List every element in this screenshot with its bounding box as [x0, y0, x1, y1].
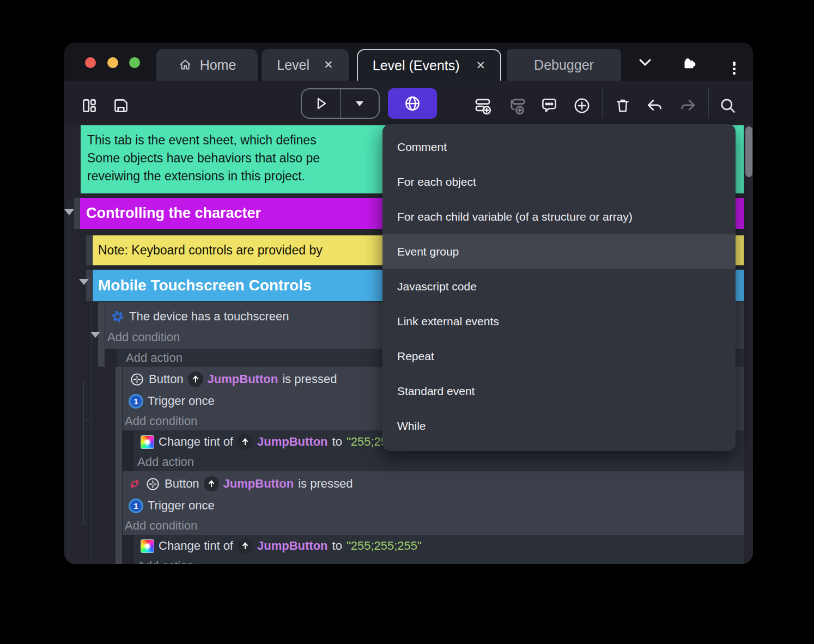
- action-text: Change tint of: [159, 539, 233, 553]
- condition-object: Button: [165, 477, 199, 491]
- add-condition-link[interactable]: Add condition: [107, 328, 180, 347]
- close-icon[interactable]: ✕: [324, 58, 333, 71]
- redo-button[interactable]: [677, 95, 698, 117]
- traffic-close-button[interactable]: [85, 57, 96, 68]
- add-event-icon: [472, 95, 494, 117]
- play-options-button[interactable]: [341, 89, 379, 118]
- add-comment-button[interactable]: [538, 95, 560, 117]
- menu-item-javascript-code[interactable]: Javascript code: [382, 269, 736, 304]
- play-button[interactable]: [302, 89, 340, 118]
- menu-item-for-each-object[interactable]: For each object: [382, 165, 736, 199]
- trigger-once-icon: 1: [129, 394, 143, 409]
- preview-over-network-button[interactable]: [388, 88, 437, 119]
- invert-condition-icon: [128, 477, 141, 490]
- add-event-button[interactable]: [472, 95, 494, 117]
- button-dpad-icon: [145, 477, 160, 491]
- kebab-icon: [733, 62, 736, 64]
- collapse-triangle-icon[interactable]: [79, 279, 89, 285]
- button-dpad-icon: [130, 372, 144, 387]
- tab-label: Level: [277, 57, 309, 73]
- chevron-down-icon: [638, 58, 652, 68]
- add-action-link[interactable]: Add action: [137, 453, 194, 471]
- condition-suffix: is pressed: [298, 477, 353, 491]
- jumpbutton-object-icon: [204, 476, 219, 491]
- add-action-link[interactable]: Add action: [137, 557, 194, 564]
- collapse-triangle-icon[interactable]: [64, 209, 74, 215]
- delete-button[interactable]: [612, 95, 634, 117]
- puzzle-icon: [681, 54, 697, 71]
- action-to: to: [332, 435, 342, 449]
- indent-guide: [92, 274, 92, 560]
- event-drag-handle[interactable]: [116, 367, 122, 564]
- tab-label: Home: [200, 57, 236, 73]
- collapse-triangle-icon[interactable]: [90, 332, 100, 338]
- menu-item-event-group[interactable]: Event group: [382, 234, 736, 269]
- save-button[interactable]: [110, 95, 132, 117]
- tab-level-events[interactable]: Level (Events) ✕: [357, 49, 501, 81]
- tab-level[interactable]: Level ✕: [262, 49, 349, 81]
- tab-debugger[interactable]: Debugger: [507, 49, 621, 81]
- jumpbutton-object-icon: [238, 434, 253, 449]
- add-event-context-menu: Comment For each object For each child v…: [382, 124, 736, 451]
- redo-icon: [678, 96, 697, 116]
- trash-icon: [613, 96, 632, 115]
- event-jumpbutton-released[interactable]: Button JumpButton is pressed 1 Trigger o…: [123, 471, 744, 535]
- window-menu-button[interactable]: [725, 54, 743, 71]
- menu-item-for-each-child-variable[interactable]: For each child variable (of a structure …: [382, 199, 736, 234]
- add-action-link[interactable]: Add action: [126, 349, 183, 367]
- action-to: to: [332, 539, 342, 553]
- comment-bubble-icon: [539, 96, 559, 116]
- action-text: Change tint of: [159, 435, 233, 449]
- add-subevent-button[interactable]: [507, 95, 529, 117]
- search-icon: [718, 96, 738, 116]
- menu-item-while[interactable]: While: [382, 409, 736, 443]
- jumpbutton-object-icon: [238, 538, 253, 554]
- globe-icon: [403, 94, 422, 113]
- toolbar-divider: [708, 88, 709, 119]
- tab-label: Debugger: [534, 57, 594, 73]
- menu-item-standard-event[interactable]: Standard event: [382, 374, 736, 409]
- action-value: "255;255;255": [347, 539, 422, 553]
- menu-item-comment[interactable]: Comment: [382, 130, 736, 165]
- tab-home[interactable]: Home: [156, 49, 258, 81]
- search-button[interactable]: [717, 95, 739, 117]
- event-drag-handle[interactable]: [74, 198, 80, 229]
- undo-button[interactable]: [644, 95, 666, 117]
- app-window: Home Level ✕ Level (Events) ✕ Debugger: [64, 42, 753, 564]
- caret-down-icon: [354, 100, 365, 107]
- save-icon: [112, 96, 130, 115]
- object-name: JumpButton: [223, 477, 294, 491]
- toggle-panels-button[interactable]: [78, 95, 100, 117]
- extensions-button[interactable]: [679, 54, 698, 71]
- event-drag-handle[interactable]: [86, 270, 92, 301]
- traffic-minimize-button[interactable]: [107, 57, 118, 68]
- close-icon[interactable]: ✕: [476, 59, 486, 72]
- play-icon: [313, 95, 329, 112]
- add-condition-link[interactable]: Add condition: [125, 517, 197, 535]
- gear-icon: [111, 309, 125, 324]
- menu-item-repeat[interactable]: Repeat: [382, 339, 736, 374]
- object-name: JumpButton: [257, 539, 328, 553]
- add-new-button[interactable]: [571, 95, 593, 117]
- condition-text: Trigger once: [148, 394, 215, 408]
- vertical-scrollbar[interactable]: [745, 126, 752, 177]
- tree-connector: [83, 525, 90, 525]
- actions-panel: Change tint of JumpButton to "255;255;25…: [134, 535, 744, 564]
- condition-object: Button: [149, 372, 184, 386]
- layout-icon: [80, 96, 99, 115]
- traffic-zoom-button[interactable]: [129, 57, 140, 68]
- undo-icon: [645, 96, 665, 116]
- tabs-overflow-button[interactable]: [636, 54, 654, 71]
- plus-circle-icon: [572, 96, 592, 116]
- trigger-once-icon: 1: [129, 499, 143, 513]
- toolbar-divider: [602, 88, 603, 119]
- tint-icon: [141, 539, 154, 553]
- menu-item-link-external-events[interactable]: Link external events: [382, 304, 736, 339]
- condition-text: Trigger once: [148, 499, 215, 513]
- condition-text: The device has a touchscreen: [129, 309, 289, 324]
- play-button-group: [301, 88, 380, 119]
- event-drag-handle[interactable]: [86, 235, 92, 265]
- indent-guide: [69, 201, 69, 557]
- add-condition-link[interactable]: Add condition: [125, 412, 197, 430]
- add-subevent-icon: [507, 95, 529, 117]
